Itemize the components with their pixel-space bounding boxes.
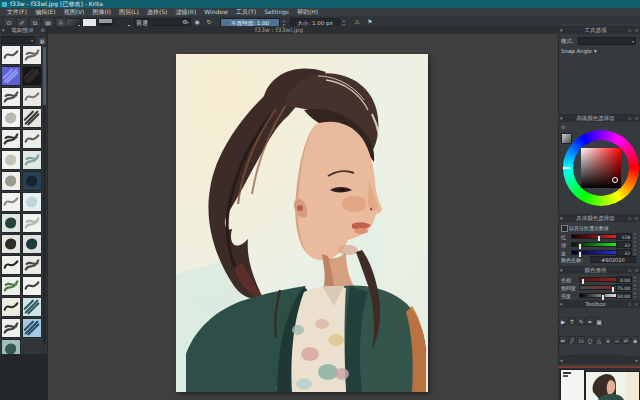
- slider-spinner[interactable]: ▴▾: [633, 284, 637, 291]
- text-tool-icon[interactable]: T: [568, 317, 576, 325]
- menu-item-8[interactable]: 工具(T): [232, 8, 260, 16]
- slider-bar[interactable]: [571, 242, 622, 247]
- slider-spinner[interactable]: ▴▾: [633, 241, 637, 248]
- brush-preset-thumbnail-13[interactable]: [22, 171, 42, 191]
- brush-preset-thumbnail-9[interactable]: [22, 129, 42, 149]
- brush-preset-thumbnail-5[interactable]: [22, 87, 42, 107]
- menu-item-10[interactable]: 帮助(H): [293, 8, 322, 16]
- brush-preset-thumbnail-0[interactable]: [1, 45, 21, 65]
- slider-value-field[interactable]: 50.00: [616, 292, 632, 299]
- brush-preset-thumbnail-17[interactable]: [22, 213, 42, 233]
- brush-preset-thumbnail-15[interactable]: [22, 192, 42, 212]
- preset-tag-filter-dropdown[interactable]: ▾: [1, 36, 35, 44]
- menu-item-0[interactable]: 文件(F): [3, 8, 31, 16]
- menu-item-3[interactable]: 图像(I): [88, 8, 114, 16]
- advanced-color-selector-header[interactable]: ▾ 高级颜色选择器 ▫ ×: [558, 114, 640, 122]
- close-docker-icon[interactable]: ×: [633, 27, 640, 33]
- menu-item-9[interactable]: Settings: [260, 8, 293, 16]
- overview-docker-header[interactable]: ◂ ▸: [558, 356, 640, 364]
- slider-spinner[interactable]: ▴▾: [633, 292, 637, 299]
- close-docker-icon[interactable]: ×: [633, 267, 640, 273]
- brush-preset-thumbnail-20[interactable]: [1, 255, 21, 275]
- edit-shapes-tool-icon[interactable]: ✎: [577, 317, 585, 325]
- slider-value-field[interactable]: 32: [616, 249, 632, 256]
- transform-tool-icon[interactable]: ▶: [559, 317, 567, 325]
- brush-preset-thumbnail-18[interactable]: [1, 234, 21, 254]
- brush-preset-thumbnail-3[interactable]: [22, 66, 42, 86]
- ellipse-tool-icon[interactable]: ○: [586, 336, 594, 344]
- snap-angle-label[interactable]: Snap Angle ▾: [561, 48, 597, 54]
- tool-options-header[interactable]: ▾ 工具选项 ▫ ×: [558, 26, 640, 34]
- slider-value-field[interactable]: 128: [616, 233, 632, 240]
- slider-value-field[interactable]: 75.00: [616, 284, 632, 291]
- selector-settings-gear-icon[interactable]: ⚙: [561, 124, 565, 130]
- menu-item-5[interactable]: 选择(S): [143, 8, 172, 16]
- document-tab-label[interactable]: f33w : f33wl.jpg: [255, 26, 303, 34]
- specific-color-selector-header[interactable]: ▾ 具体颜色选择器 ▫ ×: [558, 214, 640, 222]
- sv-handle[interactable]: [612, 177, 618, 183]
- hex-color-field[interactable]: #802020: [590, 256, 636, 263]
- slider-value-field[interactable]: 0.00: [616, 276, 632, 283]
- menu-item-6[interactable]: 滤镜(R): [171, 8, 200, 16]
- brush-preset-thumbnail-24[interactable]: [1, 297, 21, 317]
- brush-preset-thumbnail-4[interactable]: [1, 87, 21, 107]
- brush-preset-thumbnail-6[interactable]: [1, 108, 21, 128]
- color-sliders-header[interactable]: ▾ 颜色滑块 ▫ ×: [558, 266, 640, 274]
- choose-brush-icon[interactable]: ◉: [192, 17, 202, 26]
- brush-preset-thumbnail-19[interactable]: [22, 234, 42, 254]
- layer-thumbnail-background[interactable]: [560, 369, 585, 400]
- workspace-icon[interactable]: ⚙: [180, 17, 190, 26]
- percent-checkbox[interactable]: [561, 225, 568, 232]
- calligraphy-tool-icon[interactable]: ✒: [586, 317, 594, 325]
- close-docker-icon[interactable]: ×: [633, 115, 640, 121]
- brush-preset-thumbnail-14[interactable]: [1, 192, 21, 212]
- mode-dropdown[interactable]: ▾: [578, 37, 636, 45]
- presets-settings-gear-icon[interactable]: ⚙: [39, 27, 47, 33]
- brush-preset-thumbnail-2[interactable]: [1, 66, 21, 86]
- brush-preset-thumbnail-27[interactable]: [22, 318, 42, 338]
- pattern-edit-tool-icon[interactable]: ▦: [595, 317, 603, 325]
- brush-preset-thumbnail-10[interactable]: [1, 150, 21, 170]
- brush-preset-thumbnail-1[interactable]: [22, 45, 42, 65]
- layer-thumbnail-portrait[interactable]: [585, 371, 640, 400]
- slider-spinner[interactable]: ▴▾: [633, 276, 637, 283]
- bezier-curve-tool-icon[interactable]: ∼: [613, 336, 621, 344]
- close-docker-icon[interactable]: ×: [633, 215, 640, 221]
- toolbox-header[interactable]: ▾ Toolbox ▫ ×: [558, 300, 640, 308]
- brush-presets-docker-header[interactable]: ▾ 笔刷预设 ⚙: [0, 26, 47, 34]
- brush-preset-thumbnail-16[interactable]: [1, 213, 21, 233]
- slider-spinner[interactable]: ▴▾: [633, 233, 637, 240]
- overview-left-icon[interactable]: ◂: [558, 357, 565, 363]
- reload-preset-icon[interactable]: ↻: [204, 17, 214, 26]
- menu-item-2[interactable]: 视图(V): [60, 8, 89, 16]
- shade-selector-swatch[interactable]: [561, 133, 572, 144]
- slider-value-field[interactable]: 32: [616, 241, 632, 248]
- brush-preset-thumbnail-7[interactable]: [22, 108, 42, 128]
- dynamic-brush-tool-icon[interactable]: ◈: [631, 336, 639, 344]
- close-docker-icon[interactable]: ×: [633, 301, 640, 307]
- polygon-tool-icon[interactable]: △: [595, 336, 603, 344]
- rectangle-tool-icon[interactable]: ▭: [577, 336, 585, 344]
- brush-preset-thumbnail-25[interactable]: [22, 297, 42, 317]
- brush-preset-thumbnail-12[interactable]: [1, 171, 21, 191]
- brush-preset-thumbnail-8[interactable]: [1, 129, 21, 149]
- menu-item-1[interactable]: 编辑(E): [31, 8, 59, 16]
- slider-bar[interactable]: [571, 234, 622, 239]
- line-tool-icon[interactable]: ╱: [568, 336, 576, 344]
- freehand-brush-tool-icon[interactable]: ✏: [559, 336, 567, 344]
- brush-preset-thumbnail-11[interactable]: [22, 150, 42, 170]
- polyline-tool-icon[interactable]: ∧: [604, 336, 612, 344]
- warning-icon[interactable]: ⚠: [352, 17, 362, 26]
- brush-preset-thumbnail-23[interactable]: [22, 276, 42, 296]
- hue-handle[interactable]: [563, 167, 570, 169]
- slider-spinner[interactable]: ▴▾: [633, 249, 637, 256]
- brush-preset-thumbnail-22[interactable]: [1, 276, 21, 296]
- brush-preset-thumbnail-21[interactable]: [22, 255, 42, 275]
- preset-grid-scrollbar[interactable]: [43, 45, 46, 345]
- freehand-path-tool-icon[interactable]: ✍: [622, 336, 630, 344]
- overview-right-icon[interactable]: ▸: [633, 357, 640, 363]
- brush-preset-thumbnail-26[interactable]: [1, 318, 21, 338]
- menu-item-7[interactable]: Window: [200, 8, 232, 16]
- canvas-document[interactable]: [176, 54, 428, 392]
- slider-bar[interactable]: [571, 250, 622, 255]
